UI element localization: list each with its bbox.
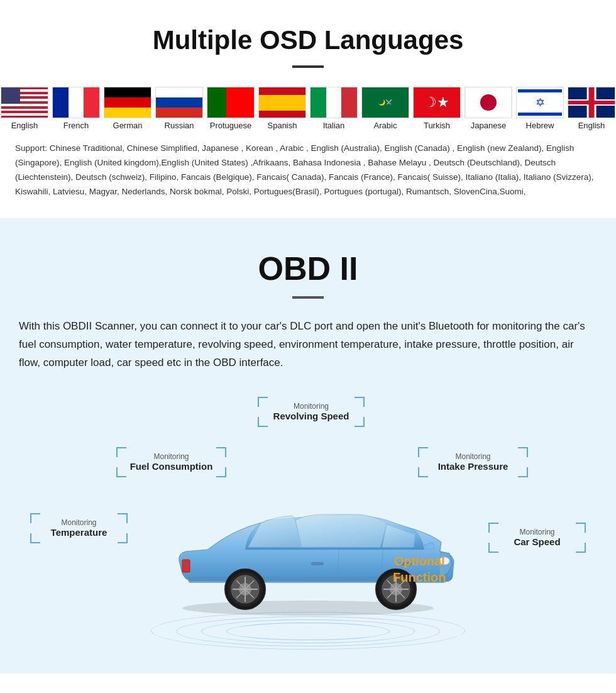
flag-item-italian: Italian (310, 87, 358, 130)
obd-description: With this OBDII Scanner, you can connect… (19, 318, 597, 372)
flag-box-pt (207, 87, 255, 118)
monitor-intake-pressure: Monitoring Intake Pressure (418, 447, 528, 477)
obd-diagram: Monitoring Revolving Speed Monitoring Fu… (19, 391, 597, 655)
flag-item-french: French (52, 87, 100, 130)
monitor-car-speed: Monitoring Car Speed (488, 523, 586, 553)
flag-box-jp (465, 87, 512, 118)
flag-label-hebrew: Hebrew (526, 121, 554, 130)
flag-item-german: German (104, 87, 151, 130)
flag-box-tr: ☽★ (413, 87, 461, 118)
flag-box-us (1, 87, 48, 118)
flag-label-japanese: Japanese (471, 121, 506, 130)
flag-label-german: German (113, 121, 143, 130)
obd-title: OBD II (19, 250, 597, 287)
flag-box-il: ✡ (516, 87, 564, 118)
monitor-revolving-label: Monitoring (265, 402, 357, 411)
monitor-revolving-title: Revolving Speed (273, 411, 349, 421)
flags-row: English French German Russian (13, 87, 603, 130)
flag-box-uk (568, 87, 615, 118)
optional-line1: Optional (393, 553, 446, 569)
flag-label-english-us: English (11, 121, 38, 130)
flag-item-portuguese: Protuguese (207, 87, 255, 130)
flag-label-russian: Russian (165, 121, 194, 130)
flag-label-spanish: Spanish (268, 121, 297, 130)
flag-label-turkish: Turkish (424, 121, 450, 130)
flag-box-ru (155, 87, 203, 118)
svg-rect-4 (182, 560, 190, 572)
monitor-speed-label: Monitoring (496, 528, 578, 536)
monitor-fuel-consumption: Monitoring Fuel Consumption (116, 447, 226, 477)
car-svg (151, 479, 465, 618)
flag-label-english-uk: English (578, 121, 605, 130)
flag-label-portuguese: Protuguese (210, 121, 252, 130)
monitor-intake-title: Intake Pressure (438, 461, 509, 472)
flag-item-russian: Russian (155, 87, 203, 130)
flag-box-es (258, 87, 306, 118)
flag-box-de (104, 87, 151, 118)
monitor-revolving-speed: Monitoring Revolving Speed (258, 397, 365, 427)
optional-line2: Function (393, 569, 446, 585)
support-text: Support: Chinese Traditional, Chinese Si… (13, 135, 603, 199)
languages-section: Multiple OSD Languages English French Ge… (0, 0, 616, 218)
optional-function-badge: Optional Function (393, 553, 446, 585)
flag-box-it (310, 87, 358, 118)
flag-item-english-uk: English (568, 87, 615, 130)
flag-box-fr (52, 87, 100, 118)
flag-box-sa: 🌙⚔️ (361, 87, 409, 118)
flag-label-italian: Italian (323, 121, 345, 130)
flag-item-japanese: Japanese (465, 87, 512, 130)
car-image-container (151, 479, 465, 620)
monitor-temperature: Monitoring Temperature (30, 513, 128, 543)
monitor-intake-label: Monitoring (426, 452, 520, 461)
monitor-temp-label: Monitoring (38, 518, 120, 527)
obd-divider (292, 296, 324, 299)
monitor-temp-title: Temperature (51, 527, 107, 538)
title-divider (292, 65, 324, 68)
flag-item-hebrew: ✡ Hebrew (516, 87, 564, 130)
monitor-fuel-title: Fuel Consumption (130, 461, 213, 472)
monitor-fuel-label: Monitoring (124, 452, 219, 461)
flag-item-arabic: 🌙⚔️ Arabic (361, 87, 409, 130)
flag-item-spanish: Spanish (258, 87, 306, 130)
svg-rect-21 (311, 562, 324, 565)
languages-title: Multiple OSD Languages (13, 25, 603, 55)
flag-item-turkish: ☽★ Turkish (413, 87, 461, 130)
monitor-speed-title: Car Speed (514, 536, 560, 547)
obd-section: OBD II With this OBDII Scanner, you can … (0, 218, 616, 674)
flag-label-arabic: Arabic (374, 121, 397, 130)
flag-item-english-us: English (1, 87, 48, 130)
flag-label-french: French (63, 121, 89, 130)
